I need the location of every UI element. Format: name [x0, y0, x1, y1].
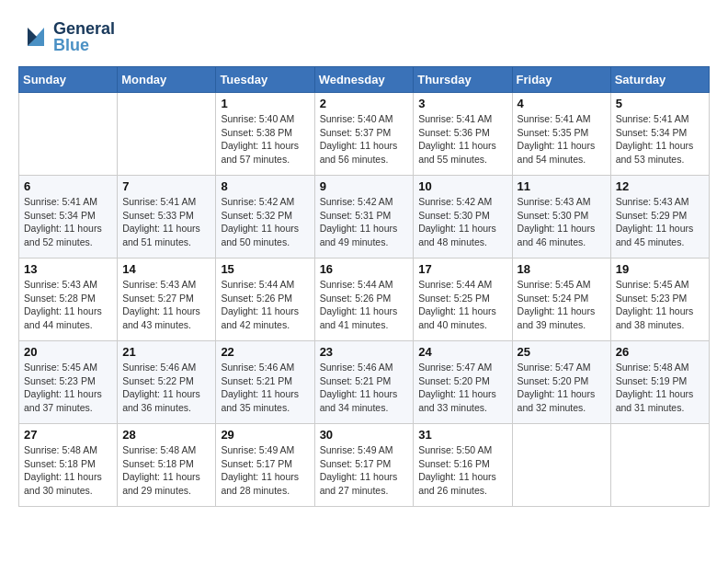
- calendar-cell: 5Sunrise: 5:41 AMSunset: 5:34 PMDaylight…: [610, 93, 709, 176]
- calendar-cell: 29Sunrise: 5:49 AMSunset: 5:17 PMDayligh…: [216, 424, 314, 507]
- day-number: 2: [320, 97, 409, 110]
- day-info: Sunrise: 5:48 AMSunset: 5:19 PMDaylight:…: [616, 361, 704, 415]
- calendar-cell: 9Sunrise: 5:42 AMSunset: 5:31 PMDaylight…: [314, 176, 414, 259]
- day-info: Sunrise: 5:46 AMSunset: 5:22 PMDaylight:…: [122, 361, 210, 415]
- calendar-cell: [512, 424, 610, 507]
- day-number: 29: [221, 428, 309, 442]
- day-number: 23: [320, 345, 409, 359]
- calendar-cell: 4Sunrise: 5:41 AMSunset: 5:35 PMDaylight…: [512, 93, 610, 176]
- day-number: 18: [518, 262, 606, 276]
- day-number: 7: [122, 179, 210, 193]
- calendar-cell: 17Sunrise: 5:44 AMSunset: 5:25 PMDayligh…: [414, 259, 512, 341]
- calendar-cell: 2Sunrise: 5:40 AMSunset: 5:37 PMDaylight…: [314, 93, 414, 176]
- day-number: 13: [24, 262, 112, 276]
- day-number: 9: [320, 179, 409, 193]
- logo-general: General: [53, 20, 115, 37]
- calendar-table: SundayMondayTuesdayWednesdayThursdayFrid…: [18, 66, 710, 507]
- day-info: Sunrise: 5:42 AMSunset: 5:30 PMDaylight:…: [418, 195, 506, 249]
- logo: General Blue: [18, 18, 115, 55]
- calendar-cell: 19Sunrise: 5:45 AMSunset: 5:23 PMDayligh…: [610, 259, 709, 341]
- week-row-2: 6Sunrise: 5:41 AMSunset: 5:34 PMDaylight…: [19, 176, 710, 259]
- day-info: Sunrise: 5:44 AMSunset: 5:25 PMDaylight:…: [418, 278, 506, 332]
- week-row-1: 1Sunrise: 5:40 AMSunset: 5:38 PMDaylight…: [19, 93, 710, 176]
- day-info: Sunrise: 5:41 AMSunset: 5:36 PMDaylight:…: [418, 112, 506, 167]
- day-number: 6: [24, 179, 112, 193]
- logo-blue: Blue: [53, 37, 115, 53]
- calendar-cell: 8Sunrise: 5:42 AMSunset: 5:32 PMDaylight…: [216, 176, 314, 259]
- day-info: Sunrise: 5:44 AMSunset: 5:26 PMDaylight:…: [221, 278, 309, 332]
- day-number: 30: [320, 428, 409, 442]
- day-number: 26: [616, 345, 704, 359]
- weekday-header-saturday: Saturday: [610, 67, 709, 93]
- logo-icon: [18, 18, 51, 52]
- calendar-cell: 12Sunrise: 5:43 AMSunset: 5:29 PMDayligh…: [610, 176, 709, 259]
- page: General Blue SundayMondayTuesdayWednesda…: [0, 0, 728, 516]
- calendar-header: SundayMondayTuesdayWednesdayThursdayFrid…: [19, 67, 710, 93]
- calendar-cell: 20Sunrise: 5:45 AMSunset: 5:23 PMDayligh…: [19, 341, 118, 424]
- day-number: 31: [418, 428, 506, 442]
- calendar-cell: [610, 424, 709, 507]
- weekday-header-friday: Friday: [512, 67, 610, 93]
- calendar-cell: 25Sunrise: 5:47 AMSunset: 5:20 PMDayligh…: [512, 341, 610, 424]
- day-number: 24: [418, 345, 506, 359]
- calendar-cell: [118, 93, 216, 176]
- day-info: Sunrise: 5:40 AMSunset: 5:37 PMDaylight:…: [320, 112, 409, 167]
- day-info: Sunrise: 5:43 AMSunset: 5:30 PMDaylight:…: [518, 195, 606, 249]
- day-info: Sunrise: 5:44 AMSunset: 5:26 PMDaylight:…: [320, 278, 409, 332]
- calendar-cell: 7Sunrise: 5:41 AMSunset: 5:33 PMDaylight…: [118, 176, 216, 259]
- weekday-header-monday: Monday: [118, 67, 216, 93]
- calendar-cell: 6Sunrise: 5:41 AMSunset: 5:34 PMDaylight…: [19, 176, 118, 259]
- day-number: 28: [122, 428, 210, 442]
- day-number: 12: [616, 179, 704, 193]
- weekday-header-wednesday: Wednesday: [314, 67, 414, 93]
- calendar-cell: 14Sunrise: 5:43 AMSunset: 5:27 PMDayligh…: [118, 259, 216, 341]
- calendar-cell: 21Sunrise: 5:46 AMSunset: 5:22 PMDayligh…: [118, 341, 216, 424]
- header: General Blue: [18, 18, 710, 55]
- calendar-cell: 16Sunrise: 5:44 AMSunset: 5:26 PMDayligh…: [314, 259, 414, 341]
- day-info: Sunrise: 5:41 AMSunset: 5:34 PMDaylight:…: [616, 112, 704, 167]
- day-info: Sunrise: 5:49 AMSunset: 5:17 PMDaylight:…: [221, 443, 309, 498]
- weekday-header-thursday: Thursday: [414, 67, 512, 93]
- day-number: 4: [518, 97, 606, 110]
- weekday-header-sunday: Sunday: [19, 67, 118, 93]
- day-info: Sunrise: 5:42 AMSunset: 5:31 PMDaylight:…: [320, 195, 409, 249]
- day-info: Sunrise: 5:46 AMSunset: 5:21 PMDaylight:…: [221, 361, 309, 415]
- day-info: Sunrise: 5:43 AMSunset: 5:27 PMDaylight:…: [122, 278, 210, 332]
- day-number: 22: [221, 345, 309, 359]
- day-info: Sunrise: 5:45 AMSunset: 5:23 PMDaylight:…: [616, 278, 704, 332]
- weekday-header-tuesday: Tuesday: [216, 67, 314, 93]
- day-info: Sunrise: 5:49 AMSunset: 5:17 PMDaylight:…: [320, 443, 409, 498]
- day-number: 14: [122, 262, 210, 276]
- day-info: Sunrise: 5:48 AMSunset: 5:18 PMDaylight:…: [24, 443, 112, 498]
- day-number: 19: [616, 262, 704, 276]
- calendar-cell: 27Sunrise: 5:48 AMSunset: 5:18 PMDayligh…: [19, 424, 118, 507]
- calendar-cell: 18Sunrise: 5:45 AMSunset: 5:24 PMDayligh…: [512, 259, 610, 341]
- calendar-cell: 11Sunrise: 5:43 AMSunset: 5:30 PMDayligh…: [512, 176, 610, 259]
- day-number: 21: [122, 345, 210, 359]
- day-info: Sunrise: 5:46 AMSunset: 5:21 PMDaylight:…: [320, 361, 409, 415]
- calendar-cell: 10Sunrise: 5:42 AMSunset: 5:30 PMDayligh…: [414, 176, 512, 259]
- calendar-cell: 26Sunrise: 5:48 AMSunset: 5:19 PMDayligh…: [610, 341, 709, 424]
- calendar-cell: 24Sunrise: 5:47 AMSunset: 5:20 PMDayligh…: [414, 341, 512, 424]
- day-info: Sunrise: 5:47 AMSunset: 5:20 PMDaylight:…: [518, 361, 606, 415]
- day-info: Sunrise: 5:41 AMSunset: 5:35 PMDaylight:…: [518, 112, 606, 167]
- calendar-body: 1Sunrise: 5:40 AMSunset: 5:38 PMDaylight…: [19, 93, 710, 507]
- day-number: 11: [518, 179, 606, 193]
- calendar-cell: 15Sunrise: 5:44 AMSunset: 5:26 PMDayligh…: [216, 259, 314, 341]
- day-number: 10: [418, 179, 506, 193]
- day-info: Sunrise: 5:45 AMSunset: 5:23 PMDaylight:…: [24, 361, 112, 415]
- day-info: Sunrise: 5:42 AMSunset: 5:32 PMDaylight:…: [221, 195, 309, 249]
- day-number: 16: [320, 262, 409, 276]
- calendar-cell: 13Sunrise: 5:43 AMSunset: 5:28 PMDayligh…: [19, 259, 118, 341]
- day-info: Sunrise: 5:41 AMSunset: 5:34 PMDaylight:…: [24, 195, 112, 249]
- calendar-cell: [19, 93, 118, 176]
- calendar-cell: 22Sunrise: 5:46 AMSunset: 5:21 PMDayligh…: [216, 341, 314, 424]
- day-info: Sunrise: 5:50 AMSunset: 5:16 PMDaylight:…: [418, 443, 506, 498]
- day-number: 3: [418, 97, 506, 110]
- calendar-cell: 3Sunrise: 5:41 AMSunset: 5:36 PMDaylight…: [414, 93, 512, 176]
- week-row-5: 27Sunrise: 5:48 AMSunset: 5:18 PMDayligh…: [19, 424, 710, 507]
- week-row-4: 20Sunrise: 5:45 AMSunset: 5:23 PMDayligh…: [19, 341, 710, 424]
- day-number: 25: [518, 345, 606, 359]
- day-info: Sunrise: 5:43 AMSunset: 5:29 PMDaylight:…: [616, 195, 704, 249]
- day-info: Sunrise: 5:45 AMSunset: 5:24 PMDaylight:…: [518, 278, 606, 332]
